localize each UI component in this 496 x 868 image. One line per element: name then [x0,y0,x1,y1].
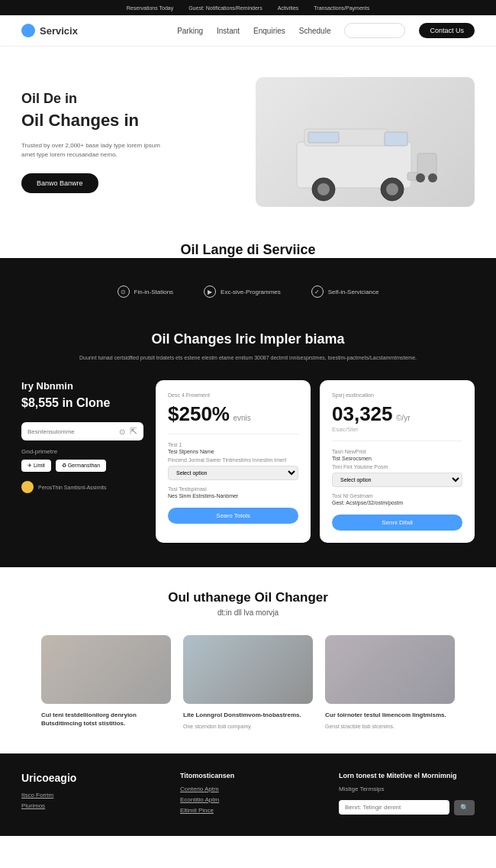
topbar-item-2: Guest: Notifications/Reminders [188,5,262,11]
feature-icon-1: ⊙ [118,286,130,298]
nav-link-enquiries[interactable]: Enquiries [253,27,285,35]
footer-link-4[interactable]: Econtitio Aptm [180,796,316,803]
share-icon: ⇱ [130,426,137,437]
card1-row2-label: Fincend Jormal Sweer Tintmestims Innesti… [168,457,298,463]
hero-section: Oil De in Oil Changes in Trusted by over… [0,47,496,230]
card1-row3-label: Tosi Testspimasi [168,486,298,492]
card2-row3-label: Tosi Nt Gestmam [332,493,462,499]
card2-select[interactable]: Select option [332,473,462,487]
card1-row1-label: Tesi 1 [168,442,298,447]
dark-features-row: ⊙ Fin-in-Stations ▶ Exc-sive-Programmes … [21,275,475,308]
feature-card-3: Cur toirnoter testul limencom lingtmisms… [325,635,455,731]
dark-feature-3: ✓ Self-in-Serviciance [311,286,379,298]
logo: Servicix [21,24,78,37]
card2-price-big: 03,325 [332,402,393,425]
nav-cta-button[interactable]: Contact Us [419,23,475,38]
svg-rect-3 [308,132,339,143]
white-section-title: Oul uthanege Oil Changer [21,590,475,605]
footer-col2-title: Titomosticansen [180,772,316,779]
footer: Uricoeagio Itsco Forrim Plurimos Titomos… [0,753,496,836]
hero-cta-button[interactable]: Banwo Banwre [21,173,98,193]
pricing-input-row: ⊙ ⇱ [21,422,143,440]
nav-search-input[interactable] [344,23,405,38]
footer-link-5[interactable]: Eltimit Pince [180,807,316,814]
white-section-subtitle: dt:in dll lva morvja [21,608,475,617]
footer-logo: Uricoeagio [21,772,157,784]
card2-price: 03,325 ©/yr [332,402,462,426]
footer-link-3[interactable]: Conterio Aptm [180,786,316,792]
filter-btn-2[interactable]: ♻ Germansthan [56,460,106,472]
feature-image-2 [183,635,313,704]
nav-link-schedule[interactable]: Schedule [299,27,331,35]
feature-card-title-3: Cur toirnoter testul limencom lingtmisms… [325,712,455,719]
user-text: PerosThin Samtisnt-Assimits [38,485,106,490]
white-section: Oul uthanege Oil Changer dt:in dll lva m… [0,567,496,753]
feature-img-placeholder-2 [183,635,313,704]
card2-row3-val: Gest: Acst/pse/32/ostm/postm [332,500,462,505]
topbar-item-3: Activities [278,5,299,11]
navbar: Servicix Parking Instant Enquiries Sched… [0,15,496,47]
top-bar: Reservations Today Guest: Notifications/… [0,0,496,15]
feature-image-3 [325,635,455,704]
hero-description: Trusted by over 2,000+ base lady type lo… [21,141,174,160]
feature-card-2: Lite Lonngrol Donstimvom-tnobastrems. On… [183,635,313,731]
dark-section: ⊙ Fin-in-Stations ▶ Exc-sive-Programmes … [0,258,496,567]
user-row: PerosThin Samtisnt-Assimits [21,481,143,493]
svg-point-11 [428,173,437,182]
section-main-heading: Oil Lange di Serviice [0,230,496,258]
footer-search-button[interactable]: 🔍 [454,800,475,815]
feature-card-title-2: Lite Lonngrol Donstimvom-tnobastrems. [183,712,313,719]
footer-link-1[interactable]: Itsco Forrim [21,792,157,799]
card2-row1-label: Tasn NewPrist [332,449,462,454]
nav-link-instant[interactable]: Instant [217,27,240,35]
card1-cta-button[interactable]: Searo Totols [168,508,298,524]
card1-divider [168,434,298,434]
pricing-heading: Iry Nbnmin [21,380,143,392]
hero-image [256,77,475,207]
filter-label: Gnd-primetre [21,448,143,455]
card2-cta-button[interactable]: Senni Difall [332,515,462,531]
footer-search-row: 🔍 [339,800,475,815]
topbar-item-1: Reservations Today [127,5,173,11]
filter-buttons: ✈ Limit ♻ Germansthan [21,460,143,472]
pricing-left: Iry Nbnmin $8,555 in Clone ⊙ ⇱ Gnd-prime… [21,380,143,493]
user-avatar [21,481,34,493]
feature-icon-3: ✓ [311,286,324,298]
card2-label: Spsrj esstincation [332,392,462,398]
pricing-area: Iry Nbnmin $8,555 in Clone ⊙ ⇱ Gnd-prime… [21,380,475,543]
hero-image-placeholder [256,77,475,207]
filter-btn-1[interactable]: ✈ Limit [21,460,51,472]
card1-select[interactable]: Select option [168,466,298,480]
dark-section-desc: Duurint tuinad certsidfted prutslt trdat… [65,353,431,362]
hero-subtitle: Oil De in [21,91,240,108]
footer-col3-subtitle: Mistige Termsips [339,786,475,792]
footer-col-2: Titomosticansen Conterio Aptm Econtitio … [180,772,316,818]
svg-rect-2 [385,132,407,146]
footer-col3-title: Lorn tonest te Mitetive el Mornimnig [339,772,475,779]
svg-rect-9 [417,153,436,176]
card1-price-suffix: evnis [233,414,250,422]
feature-label-3: Self-in-Serviciance [328,289,379,295]
pricing-search-input[interactable] [27,428,114,435]
footer-link-2[interactable]: Plurimos [21,802,157,809]
footer-col-1: Uricoeagio Itsco Forrim Plurimos [21,772,157,813]
card2-row2-label: Timi Fint Yolutme Posm [332,464,462,469]
card2-row1-val: Tist Sesrocsmen [332,456,462,461]
footer-search-input[interactable] [339,800,449,815]
card1-row1-val: Tesi Stpenns Name [168,449,298,454]
footer-col-3: Lorn tonest te Mitetive el Mornimnig Mis… [339,772,475,815]
feature-image-1 [41,635,171,704]
feature-label-1: Fin-in-Stations [134,289,174,295]
svg-point-6 [317,183,330,195]
hero-title: Oil Changes in [21,111,240,131]
svg-point-8 [386,183,398,195]
search-icon: ⊙ [119,428,125,436]
dark-section-title: Oil Changes Iric Impler biama [21,331,475,347]
main-heading-text: Oil Lange di Serviice [21,242,475,258]
feature-img-placeholder-3 [325,635,455,704]
nav-link-parking[interactable]: Parking [177,27,203,35]
card2-price-suffix: ©/yr [396,414,410,422]
van-illustration [289,115,442,207]
card1-price-big: $250% [168,402,230,425]
card1-row3-val: Nes Sinm Estrstims-Nanbmer [168,493,298,499]
